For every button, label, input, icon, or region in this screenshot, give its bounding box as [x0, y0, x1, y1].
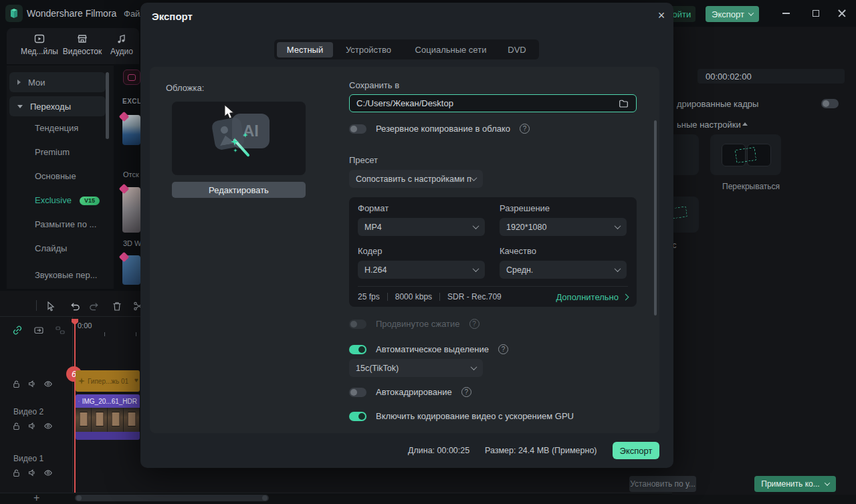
- clipped-toggle-label: дрированные кадры: [677, 99, 758, 109]
- sidebar-item-premium[interactable]: Premium: [35, 147, 70, 157]
- lock-track-button[interactable]: [9, 466, 23, 479]
- collapse-section-icon[interactable]: [742, 122, 748, 126]
- resolution-select[interactable]: 1920*1080: [500, 218, 627, 236]
- export-dialog: Экспорт × Местный Устройство Социальные …: [140, 3, 673, 468]
- sticker-icon: [128, 74, 136, 81]
- export-dropdown-button[interactable]: Экспорт: [706, 6, 759, 22]
- transition-mode-tile-overlap[interactable]: [710, 134, 781, 175]
- lock-icon: [11, 468, 21, 478]
- question-icon[interactable]: ?: [498, 344, 508, 354]
- speaker-icon: [27, 378, 37, 389]
- mute-track-button[interactable]: [25, 377, 39, 390]
- tab-social[interactable]: Социальные сети: [404, 42, 498, 57]
- redo-button[interactable]: [88, 299, 101, 313]
- select-tool-button[interactable]: [44, 299, 58, 313]
- undo-icon: [69, 300, 81, 312]
- effect-clip[interactable]: Гипер...жь 01 ♥: [76, 370, 140, 392]
- overlap-selection-icon: [735, 147, 756, 163]
- advanced-compression-toggle[interactable]: [349, 320, 366, 329]
- auto-highlight-toggle[interactable]: [349, 345, 366, 354]
- track-label-video1: Видео 1: [13, 454, 43, 463]
- tab-media-files[interactable]: Мед...йлы: [19, 33, 60, 56]
- mute-track-button[interactable]: [25, 466, 39, 479]
- tab-stock[interactable]: Видеосток: [62, 33, 103, 56]
- chevron-down-icon: [473, 265, 479, 272]
- sidebar-group-my[interactable]: Мои: [9, 72, 106, 92]
- edit-cover-button[interactable]: Редактировать: [172, 182, 306, 198]
- save-path-value: C:/Users/Жекан/Desktop: [356, 98, 618, 108]
- folder-icon[interactable]: [618, 98, 629, 109]
- preset-value: Сопоставить с настройками п...: [356, 174, 471, 184]
- sidebar-item-audio-transitions[interactable]: Звуковые пер...: [35, 270, 97, 280]
- cover-preview[interactable]: AI: [172, 102, 306, 175]
- sidebar-transitions-label: Переходы: [30, 102, 71, 112]
- collection-icon[interactable]: [123, 70, 140, 85]
- sidebar-group-transitions[interactable]: Переходы: [9, 96, 106, 116]
- advanced-link-label: Дополнительно: [556, 292, 619, 302]
- lock-track-button[interactable]: [9, 377, 23, 390]
- sidebar-item-slides[interactable]: Слайды: [35, 243, 67, 253]
- window-close-button[interactable]: [832, 5, 852, 21]
- sidebar-item-blur[interactable]: Размытие по ...: [35, 219, 96, 229]
- tab-device[interactable]: Устройство: [333, 42, 404, 57]
- preset-select[interactable]: Сопоставить с настройками п...: [349, 170, 483, 188]
- format-select[interactable]: MP4: [358, 218, 485, 236]
- track-tool-button[interactable]: [54, 324, 67, 337]
- format-label: Формат: [358, 203, 389, 213]
- bitrate-value: 8000 kbps: [395, 292, 432, 301]
- encoder-select[interactable]: H.264: [358, 261, 485, 279]
- resolution-label: Разрешение: [500, 203, 550, 213]
- question-icon[interactable]: ?: [461, 387, 471, 397]
- dialog-close-button[interactable]: ×: [653, 7, 670, 24]
- link-clips-button[interactable]: [11, 324, 24, 337]
- minimize-button[interactable]: [776, 5, 796, 21]
- video-clip-header[interactable]: IMG_20...61_HDR: [76, 394, 140, 408]
- transition-thumb[interactable]: [122, 187, 140, 233]
- duration-input[interactable]: 00:00:02:00: [698, 69, 845, 84]
- mute-track-button[interactable]: [25, 419, 39, 432]
- tab-dvd[interactable]: DVD: [498, 42, 536, 57]
- transition-thumb[interactable]: [122, 255, 140, 285]
- quality-select[interactable]: Средн.: [500, 261, 627, 279]
- tab-local[interactable]: Местный: [277, 42, 333, 57]
- apply-to-all-label: Применить ко...: [761, 479, 819, 489]
- cloud-backup-toggle[interactable]: [349, 124, 366, 134]
- hide-track-button[interactable]: [41, 466, 55, 479]
- sidebar-item-trend[interactable]: Тенденция: [35, 123, 78, 133]
- frames-toggle[interactable]: [821, 99, 839, 108]
- export-confirm-button[interactable]: Экспорт: [613, 442, 659, 459]
- ruler-tick: [104, 332, 105, 336]
- sidebar-scrollbar[interactable]: [106, 72, 109, 139]
- cloud-backup-label: Резервное копирование в облако: [376, 124, 510, 134]
- hide-track-button[interactable]: [41, 377, 55, 390]
- tab-audio[interactable]: Аудио: [107, 33, 136, 56]
- lock-track-button[interactable]: [9, 419, 23, 432]
- video-clip-footer[interactable]: [76, 432, 140, 440]
- close-icon: [838, 9, 846, 17]
- trackhead-divider: [72, 317, 73, 492]
- question-icon[interactable]: ?: [469, 319, 479, 329]
- premium-diamond-icon: [119, 184, 130, 195]
- advanced-settings-link[interactable]: Дополнительно: [556, 292, 628, 302]
- maximize-button[interactable]: [806, 5, 826, 21]
- apply-to-all-button[interactable]: Применить ко...: [754, 476, 836, 492]
- dialog-scrollbar[interactable]: [654, 120, 657, 316]
- hide-track-button[interactable]: [41, 419, 55, 432]
- gpu-encoding-toggle[interactable]: [349, 412, 366, 421]
- video-clip-filmstrip[interactable]: [76, 408, 140, 432]
- undo-button[interactable]: [68, 299, 82, 313]
- question-icon[interactable]: ?: [520, 124, 530, 134]
- transition-thumb[interactable]: [122, 115, 140, 145]
- delete-button[interactable]: [110, 299, 124, 313]
- auto-reframe-toggle[interactable]: [349, 388, 366, 397]
- add-track-button[interactable]: +: [33, 492, 39, 504]
- set-default-button[interactable]: Установить по у...: [629, 476, 696, 492]
- highlight-preset-select[interactable]: 15c(TikTok): [349, 359, 483, 377]
- sidebar-item-basic[interactable]: Основные: [35, 171, 76, 181]
- timeline-horizontal-scrollbar[interactable]: [75, 495, 269, 501]
- chevron-down-icon: [615, 223, 621, 229]
- insert-clip-button[interactable]: [32, 324, 45, 337]
- sidebar-item-exclusive[interactable]: ExclusiveV15: [35, 195, 100, 205]
- chevron-down-icon: [471, 364, 477, 370]
- save-path-input[interactable]: C:/Users/Жекан/Desktop: [349, 94, 637, 112]
